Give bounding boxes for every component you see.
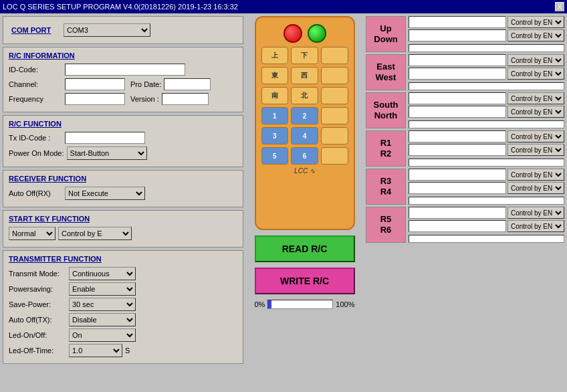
remote-btn-empty3 (321, 87, 348, 104)
r5r6-control-2[interactable]: Control by EN (507, 220, 564, 232)
r5r6-control-1[interactable]: Control by EN (507, 207, 564, 219)
remote-green-button (308, 24, 326, 43)
read-rc-button[interactable]: READ R/C (255, 235, 355, 262)
powersaving-select[interactable]: Enable (69, 282, 136, 296)
channel-updown-row: UpDown Control by EN Control by EN (366, 16, 564, 52)
channel-r5r6-row: R5R6 Control by EN Control by EN (366, 207, 564, 243)
frequency-input[interactable] (65, 93, 125, 105)
channel-updown-inputs: Control by EN Control by EN (409, 16, 564, 52)
progress-start-label: 0% (255, 300, 265, 308)
channel-r1r2-inputs: Control by EN Control by EN (409, 130, 564, 167)
updown-status (409, 44, 564, 52)
channel-eastwest-inputs: Control by EN Control by EN (409, 54, 564, 90)
right-panel: UpDown Control by EN Control by EN EastW… (366, 16, 564, 389)
tx-id-label: Tx ID-Code : (9, 134, 62, 142)
channel-eastwest-row: EastWest Control by EN Control by EN (366, 54, 564, 90)
remote-btn-4: 4 (291, 127, 318, 144)
r1r2-input-2[interactable] (409, 144, 506, 156)
eastwest-control-1[interactable]: Control by EN (507, 54, 564, 66)
left-panel: COM PORT COM3 R/C INFORMATION ID-Code: C… (3, 16, 243, 389)
power-on-mode-select[interactable]: Start-Button (67, 146, 147, 160)
remote-btn-south: 南 (261, 87, 289, 104)
channel-label: Channel: (9, 80, 62, 88)
r3r4-control-1[interactable]: Control by EN (507, 169, 564, 181)
auto-off-rx-label: Auto Off(RX) (9, 189, 62, 197)
r3r4-status (409, 197, 564, 205)
southnorth-control-1[interactable]: Control by EN (507, 92, 564, 104)
remote-btn-east: 東 (261, 67, 289, 84)
progress-bar-container (267, 300, 333, 309)
r1r2-status (409, 159, 564, 167)
rc-function-label: R/C FUNCTION (9, 120, 237, 128)
remote-buttons-grid: 上 下 東 西 南 北 1 2 3 4 5 6 (261, 47, 348, 165)
version-input[interactable] (162, 93, 209, 105)
save-power-label: Save-Power: (9, 300, 69, 308)
remote-btn-up: 上 (261, 47, 289, 64)
led-on-off-select[interactable]: On (69, 328, 136, 342)
power-on-mode-label: Power On Mode: (9, 149, 64, 157)
com-port-label: COM PORT (11, 26, 58, 34)
r1r2-control-1[interactable]: Control by EN (507, 130, 564, 142)
id-code-label: ID-Code: (9, 66, 62, 74)
pro-date-label: Pro Date: (130, 80, 161, 88)
close-button[interactable]: X (555, 2, 564, 11)
tx-id-input[interactable] (65, 132, 145, 144)
channel-r3r4-inputs: Control by EN Control by EN (409, 169, 564, 205)
id-code-input[interactable] (65, 64, 185, 76)
receiver-function-section: RECEIVER FUNCTION Auto Off(RX) Not Execu… (3, 170, 243, 207)
remote-btn-1: 1 (261, 107, 289, 124)
led-off-time-unit: S (125, 347, 130, 355)
transmit-mode-select[interactable]: Continuous (69, 267, 136, 280)
led-off-time-select[interactable]: 1.0 (69, 344, 122, 357)
led-on-off-label: Led-On/Off: (9, 331, 69, 339)
r1r2-control-2[interactable]: Control by EN (507, 144, 564, 156)
start-key-mode-select[interactable]: Normal (9, 227, 55, 240)
remote-btn-down: 下 (291, 47, 318, 64)
r3r4-control-2[interactable]: Control by EN (507, 182, 564, 194)
r1r2-input-1[interactable] (409, 130, 506, 142)
auto-off-tx-label: Auto Off(TX): (9, 316, 69, 324)
save-power-select[interactable]: 30 sec (69, 298, 136, 311)
southnorth-status (409, 120, 564, 128)
middle-panel: 上 下 東 西 南 北 1 2 3 4 5 6 LCC ∿ (246, 16, 363, 389)
remote-btn-2: 2 (291, 107, 318, 124)
updown-control-2[interactable]: Control by EN (507, 29, 564, 41)
southnorth-control-2[interactable]: Control by EN (507, 106, 564, 118)
auto-off-rx-select[interactable]: Not Execute (65, 187, 145, 200)
southnorth-input-1[interactable] (409, 92, 506, 104)
southnorth-input-2[interactable] (409, 106, 506, 118)
com-port-section: COM PORT COM3 (3, 16, 243, 44)
remote-btn-empty6 (321, 147, 348, 165)
lcc-brand-label: LCC ∿ (294, 167, 315, 175)
channel-r1r2-label: R1R2 (366, 130, 406, 167)
auto-off-tx-select[interactable]: Disable (69, 313, 136, 326)
remote-btn-empty1 (321, 47, 348, 64)
eastwest-input-1[interactable] (409, 54, 506, 66)
r3r4-input-1[interactable] (409, 169, 506, 181)
updown-input-2[interactable] (409, 29, 506, 41)
start-key-section: START KEY FUNCTION Normal Control by E (3, 210, 243, 248)
channel-r3r4-label: R3R4 (366, 169, 406, 205)
remote-btn-5: 5 (261, 147, 289, 165)
com-port-select[interactable]: COM3 (64, 23, 150, 37)
updown-control-1[interactable]: Control by EN (507, 16, 564, 28)
r5r6-input-1[interactable] (409, 207, 506, 219)
updown-input-1[interactable] (409, 16, 506, 28)
write-rc-button[interactable]: WRITE R/C (255, 268, 355, 294)
pro-date-input[interactable] (164, 78, 211, 90)
progress-bar-fill (268, 300, 271, 308)
r3r4-input-2[interactable] (409, 182, 506, 194)
app-title: LOC Q SERIES SETUP PROGRAM V4.0(20181226… (3, 3, 238, 11)
r5r6-input-2[interactable] (409, 220, 506, 232)
start-key-control-select[interactable]: Control by E (58, 227, 132, 240)
remote-btn-3: 3 (261, 127, 289, 144)
eastwest-input-2[interactable] (409, 68, 506, 80)
start-key-label: START KEY FUNCTION (9, 215, 237, 223)
eastwest-control-2[interactable]: Control by EN (507, 68, 564, 80)
r5r6-status (409, 235, 564, 243)
channel-r5r6-label: R5R6 (366, 207, 406, 243)
channel-input[interactable] (65, 78, 125, 90)
transmit-mode-label: Transmit Mode: (9, 270, 69, 278)
channel-southnorth-inputs: Control by EN Control by EN (409, 92, 564, 128)
channel-updown-label: UpDown (366, 16, 406, 52)
